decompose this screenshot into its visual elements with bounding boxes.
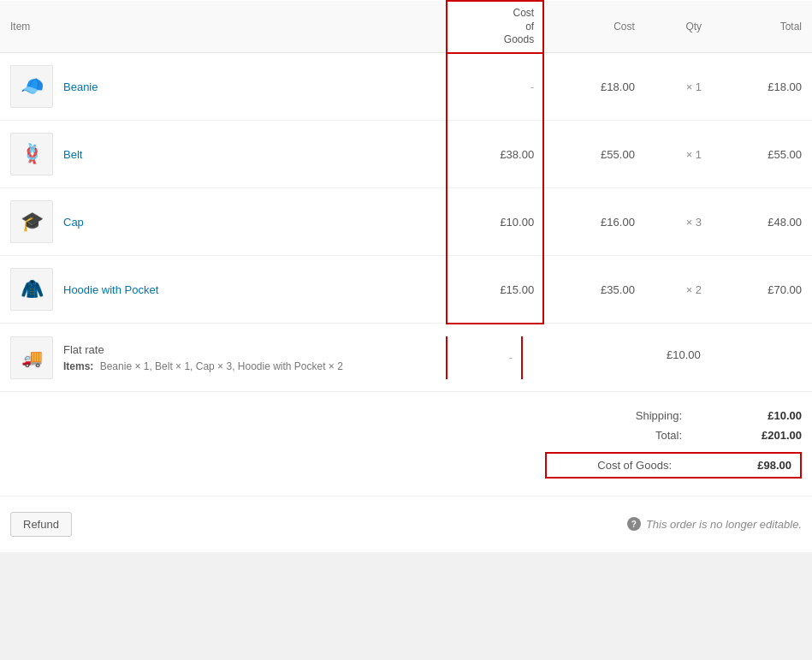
col-header-qty: Qty [645, 1, 712, 53]
product-cost-cell: £35.00 [543, 256, 645, 324]
shipping-cog: - [508, 351, 512, 364]
product-item-cell: 🎓 Cap [0, 188, 447, 256]
totals-section: Shipping: £10.00 Total: £201.00 Cost of … [0, 392, 812, 496]
table-row: 🎓 Cap £10.00 £16.00 × 3 £48.00 [0, 188, 812, 256]
not-editable-notice: ? This order is no longer editable. [627, 517, 802, 531]
col-header-total: Total [712, 1, 812, 53]
table-row: 🧥 Hoodie with Pocket £15.00 £35.00 × 2 £… [0, 256, 812, 324]
product-total-cell: £18.00 [712, 53, 812, 121]
cost-of-goods-total-row: Cost of Goods: £98.00 [545, 452, 802, 479]
product-qty-cell: × 1 [645, 121, 712, 188]
shipping-items-detail: Items: Beanie × 1, Belt × 1, Cap × 3, Ho… [63, 360, 343, 372]
order-items-table: Item Cost of Goods Cost Qty Total 🧢 Bean… [0, 0, 812, 324]
col-header-item: Item [0, 1, 447, 53]
order-total-row: Total: £201.00 [545, 429, 802, 442]
product-cog-cell: £38.00 [447, 121, 543, 188]
product-link[interactable]: Hoodie with Pocket [63, 283, 158, 296]
table-row: 🧢 Beanie - £18.00 × 1 £18.00 [0, 53, 812, 121]
product-cog-cell: £15.00 [447, 256, 543, 324]
shipping-method-label: Flat rate [63, 343, 343, 356]
order-total-label: Total: [655, 429, 682, 442]
product-qty-cell: × 3 [645, 188, 712, 256]
footer-bar: Refund ? This order is no longer editabl… [0, 496, 812, 552]
cog-total-label: Cost of Goods: [597, 459, 672, 472]
shipping-row: 🚚 Flat rate Items: Beanie × 1, Belt × 1,… [0, 324, 812, 392]
table-row: 🪢 Belt £38.00 £55.00 × 1 £55.00 [0, 121, 812, 188]
refund-button[interactable]: Refund [10, 512, 72, 537]
product-total-cell: £48.00 [712, 188, 812, 256]
product-cost-cell: £16.00 [543, 188, 645, 256]
shipping-total-label: Shipping: [636, 409, 682, 422]
product-qty-cell: × 2 [645, 256, 712, 324]
shipping-icon: 🚚 [10, 336, 53, 379]
product-cog-cell: £10.00 [447, 188, 543, 256]
product-link[interactable]: Belt [63, 148, 82, 161]
help-icon: ? [627, 517, 641, 531]
product-qty-cell: × 1 [645, 53, 712, 121]
shipping-total: £10.00 [667, 348, 701, 361]
col-header-cost-of-goods: Cost of Goods [447, 1, 543, 53]
shipping-total-row: Shipping: £10.00 [545, 409, 802, 422]
shipping-total-value: £10.00 [733, 409, 802, 422]
product-total-cell: £55.00 [712, 121, 812, 188]
product-item-cell: 🧥 Hoodie with Pocket [0, 256, 447, 324]
product-link[interactable]: Cap [63, 216, 84, 229]
order-detail-panel: Item Cost of Goods Cost Qty Total 🧢 Bean… [0, 0, 812, 552]
not-editable-text: This order is no longer editable. [646, 518, 802, 531]
cog-total-value: £98.00 [723, 459, 791, 472]
product-thumbnail: 🪢 [10, 133, 53, 175]
product-link[interactable]: Beanie [63, 80, 98, 93]
product-item-cell: 🧢 Beanie [0, 53, 447, 121]
col-header-cost: Cost [543, 1, 645, 53]
product-thumbnail: 🧥 [10, 268, 53, 311]
product-cost-cell: £55.00 [543, 121, 645, 188]
product-thumbnail: 🧢 [10, 65, 53, 108]
product-total-cell: £70.00 [712, 256, 812, 324]
product-cost-cell: £18.00 [543, 53, 645, 121]
order-total-value: £201.00 [733, 429, 802, 442]
product-item-cell: 🪢 Belt [0, 121, 447, 188]
product-cog-cell: - [447, 53, 543, 121]
product-thumbnail: 🎓 [10, 200, 53, 243]
